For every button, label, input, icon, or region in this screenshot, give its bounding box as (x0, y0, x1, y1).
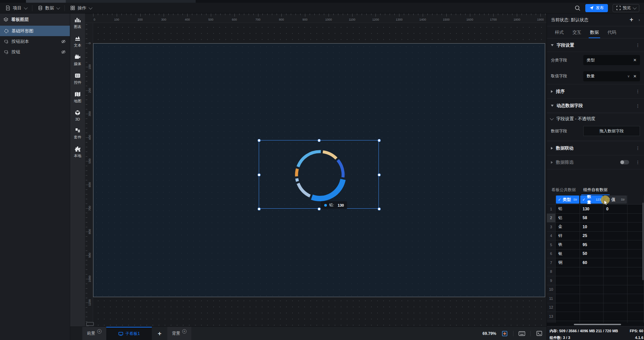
table-cell[interactable] (556, 312, 580, 321)
donut-chart[interactable] (259, 140, 379, 209)
table-cell[interactable] (604, 250, 627, 259)
table-row[interactable]: 5铁95 (547, 240, 644, 250)
selection-handle[interactable] (258, 208, 261, 211)
selection-handle[interactable] (318, 208, 321, 211)
table-cell[interactable] (604, 276, 627, 285)
table-cell[interactable] (604, 294, 627, 303)
table-cell[interactable] (627, 232, 644, 241)
zoom-level[interactable]: 69.79% (482, 331, 496, 336)
menu-project[interactable]: 项目 (0, 3, 32, 13)
table-cell[interactable] (627, 250, 644, 259)
kebab-menu-icon[interactable]: ⋮ (636, 43, 640, 48)
table-cell[interactable] (604, 312, 627, 321)
table-cell[interactable] (580, 267, 604, 277)
search-icon[interactable] (575, 5, 581, 11)
table-row[interactable]: 12 (547, 303, 644, 312)
table-cell[interactable]: 金 (556, 223, 580, 232)
table-cell[interactable] (627, 303, 644, 312)
tool-text[interactable]: 文本 (70, 35, 85, 48)
table-cell[interactable]: 0 (604, 205, 627, 214)
table-cell[interactable] (556, 294, 580, 303)
table-cell[interactable] (604, 303, 627, 312)
table-cell[interactable]: 10 (580, 223, 604, 232)
table-row[interactable]: 4锌25 (547, 232, 644, 241)
table-cell[interactable] (556, 285, 580, 294)
menu-data[interactable]: 数据 (32, 3, 64, 13)
table-row[interactable]: 13 (547, 312, 644, 321)
column-header-type[interactable]: ✓类型Str (556, 195, 580, 205)
table-row[interactable]: 2铝58 (547, 214, 644, 223)
table-row[interactable]: 3金10 (547, 223, 644, 232)
chevron-right-icon[interactable]: › (639, 18, 640, 22)
foreground-section[interactable]: 前景 + (82, 327, 106, 340)
kebab-menu-icon[interactable]: ⋮ (636, 160, 640, 165)
table-cell[interactable] (627, 214, 644, 223)
tab-style[interactable]: 样式 (555, 26, 564, 38)
table-cell[interactable] (604, 285, 627, 294)
table-row[interactable]: 11 (547, 294, 644, 303)
table-cell[interactable]: 58 (580, 214, 604, 223)
shortcuts-button[interactable] (518, 330, 526, 337)
table-row[interactable]: 10 (547, 285, 644, 294)
table-cell[interactable] (604, 267, 627, 277)
panel-v-scrollbar[interactable] (642, 203, 644, 280)
subpanel-header[interactable]: 字段设置 - 不透明度 (547, 113, 644, 125)
table-cell[interactable] (604, 214, 627, 223)
table-row[interactable]: 7铜60 (547, 258, 644, 267)
tool-media[interactable]: 媒体 (70, 54, 85, 67)
preview-button[interactable]: 预览 (613, 4, 639, 12)
category-field-input[interactable]: 类型 ✕ (583, 55, 640, 65)
section-field-settings[interactable]: 字段设置 ⋮ (547, 38, 644, 52)
menu-actions[interactable]: 操作 (65, 3, 97, 13)
selection-handle[interactable] (378, 208, 381, 211)
kebab-menu-icon[interactable]: ⋮ (636, 89, 640, 94)
table-row[interactable]: 9 (547, 276, 644, 285)
data-table[interactable]: ✓类型Str ✓数量123 值Str 1铅13002铝583金104锌255铁9… (547, 195, 644, 323)
data-field-drop-target[interactable]: 拖入数据字段 (583, 126, 640, 136)
table-cell[interactable] (627, 267, 644, 277)
table-cell[interactable] (580, 294, 604, 303)
add-state-button[interactable]: + (629, 16, 633, 23)
add-subboard-button[interactable]: + (152, 327, 167, 340)
table-cell[interactable] (580, 312, 604, 321)
table-cell[interactable] (627, 276, 644, 285)
table-cell[interactable]: 130 (580, 205, 604, 214)
tab-interaction[interactable]: 交互 (572, 26, 581, 38)
donut-slice-铅[interactable] (312, 179, 343, 199)
tool-charts[interactable]: 图表 (70, 17, 85, 29)
console-button[interactable] (535, 330, 543, 337)
table-cell[interactable] (627, 223, 644, 232)
table-row[interactable]: 8 (547, 267, 644, 277)
column-header-amount[interactable]: ✓数量123 (580, 195, 604, 205)
table-cell[interactable]: 铝 (556, 214, 580, 223)
table-cell[interactable] (604, 258, 627, 267)
section-data-linkage[interactable]: 数据联动 ⋮ (547, 141, 644, 155)
add-foreground-icon[interactable]: + (97, 329, 102, 334)
selection-handle[interactable] (258, 173, 261, 176)
selection-handle[interactable] (378, 139, 381, 142)
table-cell[interactable]: 95 (580, 240, 604, 250)
design-canvas[interactable]: 0100200300400500600700800900100011001200… (85, 14, 547, 326)
section-sort[interactable]: 排序 ⋮ (547, 84, 644, 99)
layer-item-button[interactable]: 按钮 (0, 47, 70, 57)
table-cell[interactable] (556, 276, 580, 285)
table-cell[interactable]: 铅 (556, 205, 580, 214)
tab-data[interactable]: 数据 (590, 26, 599, 38)
table-cell[interactable] (627, 294, 644, 303)
clear-icon[interactable]: ✕ (633, 74, 637, 79)
table-cell[interactable] (604, 240, 627, 250)
scrollbar-thumb[interactable] (574, 324, 621, 325)
section-data-filter[interactable]: 数据筛选 ⋮ (547, 155, 644, 169)
donut-slice-铁[interactable] (298, 152, 321, 167)
table-cell[interactable] (627, 258, 644, 267)
add-background-icon[interactable]: + (182, 329, 187, 334)
table-cell[interactable] (627, 240, 644, 250)
value-field-input[interactable]: 数量 ∨ ✕ (583, 71, 640, 81)
table-cell[interactable] (604, 232, 627, 241)
eye-off-icon[interactable] (61, 39, 66, 44)
table-cell[interactable]: 铜 (556, 258, 580, 267)
tab-board-shared-data[interactable]: 看板公共数据 (552, 187, 576, 195)
kebab-menu-icon[interactable]: ⋮ (636, 146, 640, 151)
table-cell[interactable] (627, 285, 644, 294)
chevron-down-icon[interactable]: ∨ (627, 74, 630, 78)
